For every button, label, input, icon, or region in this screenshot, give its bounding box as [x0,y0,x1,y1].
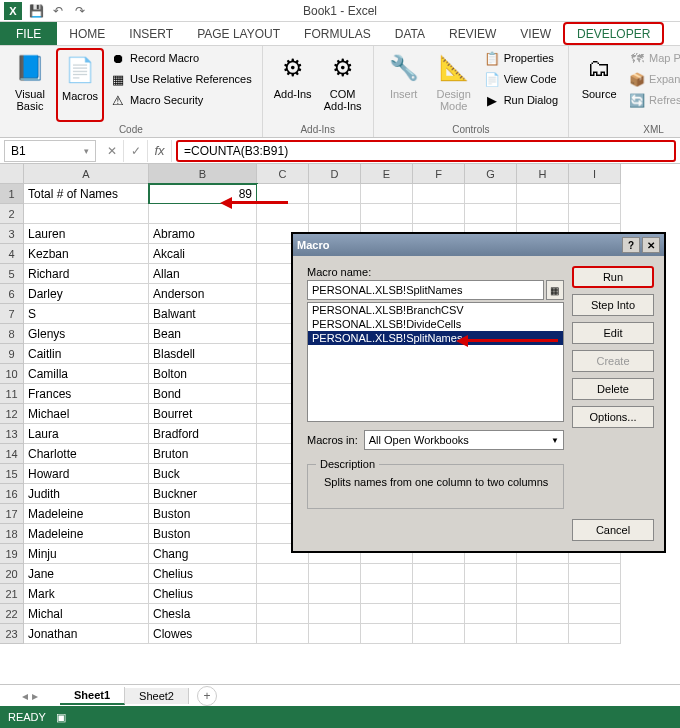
tab-developer[interactable]: DEVELOPER [563,22,664,45]
edit-button[interactable]: Edit [572,322,654,344]
row-header[interactable]: 18 [0,524,24,544]
sheet-tab[interactable]: Sheet2 [125,688,189,704]
cell[interactable] [257,584,309,604]
cell[interactable] [465,604,517,624]
cell[interactable] [569,564,621,584]
cell[interactable] [465,624,517,644]
source-button[interactable]: 🗂Source [575,48,623,122]
cell[interactable] [361,624,413,644]
cell[interactable] [309,564,361,584]
tab-view[interactable]: VIEW [508,22,563,45]
redo-icon[interactable]: ↷ [72,3,88,19]
cell[interactable]: Bean [149,324,257,344]
tab-home[interactable]: HOME [57,22,117,45]
cell-selected[interactable]: 89 [149,184,257,204]
run-dialog-button[interactable]: ▶Run Dialog [480,90,562,110]
cell[interactable]: Bolton [149,364,257,384]
row-header[interactable]: 17 [0,504,24,524]
cell[interactable]: Allan [149,264,257,284]
col-header-f[interactable]: F [413,164,465,184]
cell[interactable]: Madeleine [24,524,149,544]
macro-list-item-selected[interactable]: PERSONAL.XLSB!SplitNames [308,331,563,345]
macros-in-select[interactable]: All Open Workbooks [364,430,564,450]
cell[interactable] [361,204,413,224]
cell[interactable]: Chelius [149,584,257,604]
cell[interactable]: Blasdell [149,344,257,364]
cell[interactable] [465,584,517,604]
macro-ref-icon[interactable]: ▦ [546,280,565,300]
cell[interactable]: Madeleine [24,504,149,524]
cell[interactable]: Laura [24,424,149,444]
cell[interactable]: Buston [149,504,257,524]
cell[interactable]: Bond [149,384,257,404]
macro-list[interactable]: PERSONAL.XLSB!BranchCSV PERSONAL.XLSB!Di… [307,302,564,422]
cell[interactable]: Camilla [24,364,149,384]
cell[interactable] [257,624,309,644]
col-header-a[interactable]: A [24,164,149,184]
cell[interactable] [465,204,517,224]
cell[interactable] [309,204,361,224]
cell[interactable]: Buck [149,464,257,484]
cell[interactable] [569,204,621,224]
row-header[interactable]: 8 [0,324,24,344]
cell[interactable] [361,184,413,204]
sheet-tab-active[interactable]: Sheet1 [60,687,125,705]
cell[interactable]: Charlotte [24,444,149,464]
cell[interactable]: Kezban [24,244,149,264]
col-header-b[interactable]: B [149,164,257,184]
row-header[interactable]: 7 [0,304,24,324]
cell[interactable]: Abramo [149,224,257,244]
step-into-button[interactable]: Step Into [572,294,654,316]
run-button[interactable]: Run [572,266,654,288]
cell[interactable] [517,184,569,204]
row-header[interactable]: 13 [0,424,24,444]
row-header[interactable]: 10 [0,364,24,384]
macro-record-icon[interactable]: ▣ [56,711,66,724]
row-header[interactable]: 3 [0,224,24,244]
row-header[interactable]: 20 [0,564,24,584]
cell[interactable] [413,584,465,604]
cell[interactable]: Jane [24,564,149,584]
cell[interactable] [517,624,569,644]
close-icon[interactable]: ✕ [642,237,660,253]
cell[interactable] [465,184,517,204]
cell[interactable] [309,584,361,604]
row-header[interactable]: 15 [0,464,24,484]
map-properties-button[interactable]: 🗺Map Properties [625,48,680,68]
save-icon[interactable]: 💾 [28,3,44,19]
row-header[interactable]: 16 [0,484,24,504]
cell[interactable]: Jonathan [24,624,149,644]
cell[interactable] [569,584,621,604]
cell[interactable] [569,604,621,624]
col-header-i[interactable]: I [569,164,621,184]
cell[interactable] [517,564,569,584]
expansion-pack-button[interactable]: 📦Expansion Pack [625,69,680,89]
properties-button[interactable]: 📋Properties [480,48,562,68]
macro-list-item[interactable]: PERSONAL.XLSB!DivideCells [308,317,563,331]
col-header-h[interactable]: H [517,164,569,184]
macros-button[interactable]: 📄 Macros [56,48,104,122]
row-header[interactable]: 11 [0,384,24,404]
cell[interactable] [465,564,517,584]
cell[interactable]: Minju [24,544,149,564]
record-macro-button[interactable]: ⏺Record Macro [106,48,256,68]
cell[interactable] [361,584,413,604]
com-addins-button[interactable]: ⚙COM Add-Ins [319,48,367,122]
row-header[interactable]: 19 [0,544,24,564]
cell[interactable] [257,184,309,204]
cell[interactable]: Buston [149,524,257,544]
row-header[interactable]: 4 [0,244,24,264]
col-header-g[interactable]: G [465,164,517,184]
row-header[interactable]: 14 [0,444,24,464]
cell[interactable]: Total # of Names [24,184,149,204]
row-header[interactable]: 5 [0,264,24,284]
help-icon[interactable]: ? [622,237,640,253]
formula-input[interactable]: =COUNTA(B3:B91) [176,140,676,162]
col-header-d[interactable]: D [309,164,361,184]
cell[interactable] [309,624,361,644]
cell[interactable] [24,204,149,224]
fx-icon[interactable]: fx [148,140,172,162]
cell[interactable] [361,604,413,624]
cell[interactable]: Howard [24,464,149,484]
cell[interactable] [413,604,465,624]
